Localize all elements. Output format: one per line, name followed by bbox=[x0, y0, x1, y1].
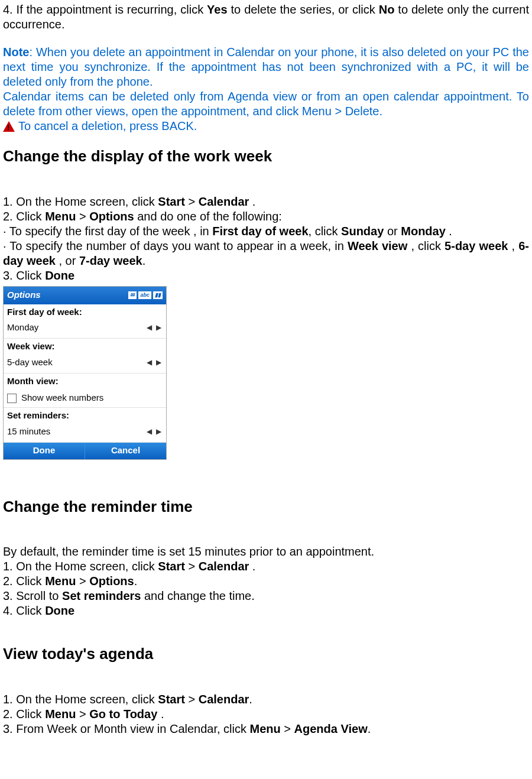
bullet-week-view: · To specify the number of days you want… bbox=[3, 239, 529, 268]
warning-cancel-deletion: To cancel a deletion, press BACK. bbox=[3, 119, 529, 134]
label-set-reminders: Set reminders: bbox=[4, 408, 166, 424]
heading-today-agenda: View today's agenda bbox=[3, 644, 529, 664]
phone-body: First day of week: Monday ◀ ▶ Week view:… bbox=[4, 304, 166, 443]
step-3-done: 3. Click Done bbox=[3, 268, 529, 283]
warning-icon bbox=[3, 121, 15, 132]
signal-icon: ▮▮ bbox=[153, 291, 163, 299]
phone-title-text: Options bbox=[7, 290, 41, 301]
spinner-icon[interactable]: ◀ ▶ bbox=[147, 427, 163, 436]
reminder-step-4: 4. Click Done bbox=[3, 603, 529, 618]
step-1-home-screen: 1. On the Home screen, click Start > Cal… bbox=[3, 194, 529, 209]
bullet-first-day: · To specify the first day of the week ,… bbox=[3, 224, 529, 239]
reminder-step-3: 3. Scroll to Set reminders and change th… bbox=[3, 589, 529, 603]
field-set-reminders[interactable]: 15 minutes ◀ ▶ bbox=[4, 424, 166, 443]
agenda-step-1: 1. On the Home screen, click Start > Cal… bbox=[3, 692, 529, 707]
agenda-step-2: 2. Click Menu > Go to Today . bbox=[3, 707, 529, 722]
step-4-recurring: 4. If the appointment is recurring, clic… bbox=[3, 2, 529, 32]
field-first-day[interactable]: Monday ◀ ▶ bbox=[4, 320, 166, 339]
abc-icon: abc bbox=[138, 291, 151, 299]
step-2-menu-options: 2. Click Menu > Options and do one of th… bbox=[3, 209, 529, 224]
field-week-view[interactable]: 5-day week ◀ ▶ bbox=[4, 355, 166, 374]
phone-title-bar: Options ✉ abc ▮▮ bbox=[4, 287, 166, 304]
status-icons: ✉ abc ▮▮ bbox=[128, 291, 163, 299]
checkbox-week-numbers[interactable]: Show week numbers bbox=[4, 389, 166, 408]
label-week-view: Week view: bbox=[4, 339, 166, 355]
note-paragraph-2: Calendar items can be deleted only from … bbox=[3, 89, 529, 119]
envelope-icon: ✉ bbox=[128, 291, 137, 299]
note-paragraph: Note: When you delete an appointment in … bbox=[3, 45, 529, 89]
spinner-icon[interactable]: ◀ ▶ bbox=[147, 323, 163, 332]
label-month-view: Month view: bbox=[4, 374, 166, 390]
reminder-step-2: 2. Click Menu > Options. bbox=[3, 574, 529, 589]
phone-screenshot: Options ✉ abc ▮▮ First day of week: Mond… bbox=[3, 286, 167, 460]
checkbox-icon[interactable] bbox=[7, 394, 17, 403]
reminder-step-1: 1. On the Home screen, click Start > Cal… bbox=[3, 559, 529, 574]
heading-reminder-time: Change the reminder time bbox=[3, 497, 529, 517]
softkey-done[interactable]: Done bbox=[4, 443, 85, 459]
reminder-intro: By default, the reminder time is set 15 … bbox=[3, 544, 529, 559]
agenda-step-3: 3. From Week or Month view in Calendar, … bbox=[3, 722, 529, 736]
label-first-day: First day of week: bbox=[4, 304, 166, 320]
heading-change-display: Change the display of the work week bbox=[3, 147, 529, 166]
phone-softkey-bar: Done Cancel bbox=[4, 443, 166, 459]
softkey-cancel[interactable]: Cancel bbox=[85, 443, 166, 459]
spinner-icon[interactable]: ◀ ▶ bbox=[147, 358, 163, 367]
